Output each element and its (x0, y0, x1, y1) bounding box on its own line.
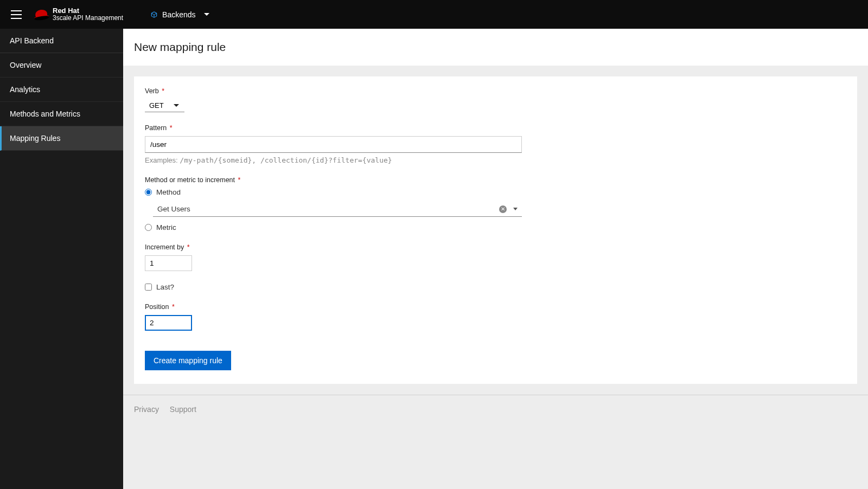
radio-method[interactable] (145, 189, 152, 196)
verb-label: Verb (145, 87, 159, 95)
footer-link-support[interactable]: Support (170, 405, 196, 414)
radio-metric-label[interactable]: Metric (156, 223, 176, 231)
chevron-down-icon (174, 104, 179, 107)
clear-icon[interactable]: ✕ (499, 205, 507, 213)
sidebar-item-methods-metrics[interactable]: Methods and Metrics (0, 102, 123, 126)
chevron-down-icon[interactable] (513, 208, 518, 210)
position-label: Position (145, 303, 169, 311)
brand-line1: Red Hat (53, 7, 123, 15)
pattern-input[interactable] (145, 136, 522, 153)
required-asterisk: * (162, 87, 164, 95)
field-position: Position * (145, 303, 514, 331)
pattern-label: Pattern (145, 124, 167, 132)
radio-method-label[interactable]: Method (156, 188, 181, 196)
hamburger-icon[interactable] (11, 10, 22, 19)
field-pattern: Pattern * Examples: /my-path/{someid}, /… (145, 124, 514, 164)
sidebar-item-overview[interactable]: Overview (0, 53, 123, 78)
field-method-metric: Method or metric to increment * Method G… (145, 176, 514, 231)
sidebar-item-mapping-rules[interactable]: Mapping Rules (0, 126, 123, 151)
pattern-hint: Examples: /my-path/{someid}, /collection… (145, 156, 514, 164)
increment-input[interactable] (145, 255, 192, 271)
sidebar: API Backend Overview Analytics Methods a… (0, 29, 123, 489)
page-title: New mapping rule (134, 41, 857, 54)
required-asterisk: * (187, 243, 190, 251)
method-select-value: Get Users (157, 205, 499, 213)
page-header: New mapping rule (123, 29, 868, 66)
footer: Privacy Support (123, 395, 868, 423)
required-asterisk: * (170, 124, 173, 132)
main-area: New mapping rule Verb * GET (123, 29, 868, 489)
footer-link-privacy[interactable]: Privacy (134, 405, 159, 414)
method-select[interactable]: Get Users ✕ (153, 202, 522, 217)
mm-label: Method or metric to increment (145, 176, 235, 184)
position-input[interactable] (145, 315, 192, 331)
last-label[interactable]: Last? (156, 283, 174, 291)
cube-icon (150, 11, 158, 18)
required-asterisk: * (172, 303, 175, 311)
field-verb: Verb * GET (145, 87, 514, 112)
context-label: Backends (162, 10, 195, 19)
field-last: Last? (145, 283, 514, 291)
required-asterisk: * (238, 176, 241, 184)
last-checkbox[interactable] (145, 284, 152, 291)
form-card: Verb * GET Pattern * (134, 76, 857, 384)
context-selector[interactable]: Backends (150, 10, 209, 19)
chevron-down-icon (204, 13, 209, 16)
radio-metric[interactable] (145, 224, 152, 231)
increment-label: Increment by (145, 243, 184, 251)
field-increment: Increment by * (145, 243, 514, 271)
verb-select[interactable]: GET (145, 99, 184, 112)
brand-line2: 3scale API Management (53, 15, 123, 22)
sidebar-section-title: API Backend (0, 29, 123, 53)
create-mapping-rule-button[interactable]: Create mapping rule (145, 351, 231, 370)
sidebar-item-analytics[interactable]: Analytics (0, 78, 123, 102)
brand: Red Hat 3scale API Management (35, 7, 123, 22)
verb-value: GET (149, 101, 164, 110)
top-bar: Red Hat 3scale API Management Backends (0, 0, 868, 29)
redhat-logo-icon (35, 9, 48, 20)
